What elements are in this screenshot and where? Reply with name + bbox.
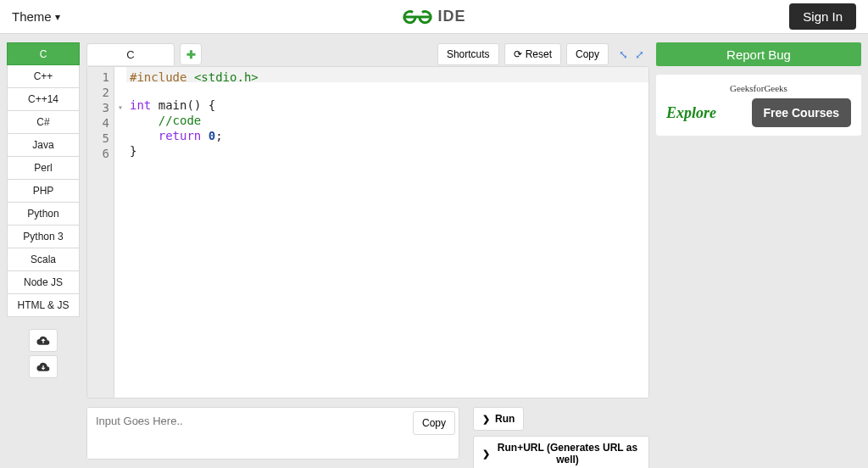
chevron-right-icon: ❯ <box>482 414 490 425</box>
header-bar: Theme ▾ IDE Sign In <box>0 0 868 34</box>
refresh-icon: ⟳ <box>514 48 522 60</box>
lang-item-perl[interactable]: Perl <box>7 157 80 180</box>
reset-label: Reset <box>526 48 552 60</box>
lang-item-python-3[interactable]: Python 3 <box>7 226 80 248</box>
gfg-logo-icon <box>402 8 432 26</box>
fold-column: ▾ <box>114 67 126 398</box>
line-gutter: 123456 <box>87 67 114 398</box>
language-sidebar: CC++C++14C#JavaPerlPHPPythonPython 3Scal… <box>7 42 80 468</box>
run-url-label: Run+URL (Generates URL as well) <box>495 442 640 465</box>
copy-button[interactable]: Copy <box>566 43 609 65</box>
editor-pane: C ✚ Shortcuts ⟳ Reset Copy ⤡ ⤢ 123456 ▾ … <box>86 42 649 468</box>
plus-icon: ✚ <box>186 48 196 61</box>
tab-c[interactable]: C <box>86 43 175 65</box>
lang-item-c[interactable]: C <box>7 42 80 65</box>
lang-item-java[interactable]: Java <box>7 134 80 157</box>
lang-item-node-js[interactable]: Node JS <box>7 271 80 294</box>
lang-item-python[interactable]: Python <box>7 203 80 226</box>
sign-in-button[interactable]: Sign In <box>789 3 856 30</box>
lang-item-c-14[interactable]: C++14 <box>7 88 80 111</box>
lang-item-c-[interactable]: C++ <box>7 65 80 88</box>
run-label: Run <box>495 413 515 425</box>
lang-item-scala[interactable]: Scala <box>7 248 80 271</box>
lang-item-c-[interactable]: C# <box>7 111 80 134</box>
free-courses-button[interactable]: Free Courses <box>752 98 851 127</box>
copy-input-button[interactable]: Copy <box>413 411 455 435</box>
explore-label: Explore <box>666 104 716 122</box>
lang-item-php[interactable]: PHP <box>7 180 80 203</box>
stdin-input[interactable] <box>87 408 408 459</box>
chevron-down-icon: ▾ <box>55 11 60 23</box>
run-url-button[interactable]: ❯ Run+URL (Generates URL as well) <box>473 436 649 468</box>
theme-label: Theme <box>12 9 52 24</box>
report-bug-button[interactable]: Report Bug <box>656 42 861 66</box>
add-tab-button[interactable]: ✚ <box>180 43 202 65</box>
chevron-right-icon: ❯ <box>482 448 490 460</box>
stdin-panel: Copy <box>86 407 459 460</box>
run-button[interactable]: ❯ Run <box>473 407 524 431</box>
cloud-down-icon <box>36 362 50 372</box>
reset-button[interactable]: ⟳ Reset <box>504 43 561 65</box>
code-area[interactable]: #include <stdio.h>int main() { //code re… <box>126 67 648 398</box>
code-editor[interactable]: 123456 ▾ #include <stdio.h>int main() { … <box>86 66 649 398</box>
brand-logo[interactable]: IDE <box>402 8 465 26</box>
right-sidebar: Report Bug GeeksforGeeks Explore Free Co… <box>656 42 861 468</box>
collapse-icon[interactable]: ⤡ <box>619 48 628 61</box>
tabs-row: C ✚ Shortcuts ⟳ Reset Copy ⤡ ⤢ <box>86 42 649 66</box>
cloud-upload-button[interactable] <box>29 329 58 352</box>
lang-item-html-js[interactable]: HTML & JS <box>7 294 80 317</box>
promo-brand-label: GeeksforGeeks <box>666 83 851 93</box>
theme-dropdown[interactable]: Theme ▾ <box>12 9 60 24</box>
cloud-download-button[interactable] <box>29 355 58 378</box>
promo-card: GeeksforGeeks Explore Free Courses <box>656 75 861 136</box>
ide-label: IDE <box>437 8 465 25</box>
shortcuts-button[interactable]: Shortcuts <box>437 43 499 65</box>
cloud-up-icon <box>36 336 50 346</box>
expand-icon[interactable]: ⤢ <box>635 48 644 61</box>
